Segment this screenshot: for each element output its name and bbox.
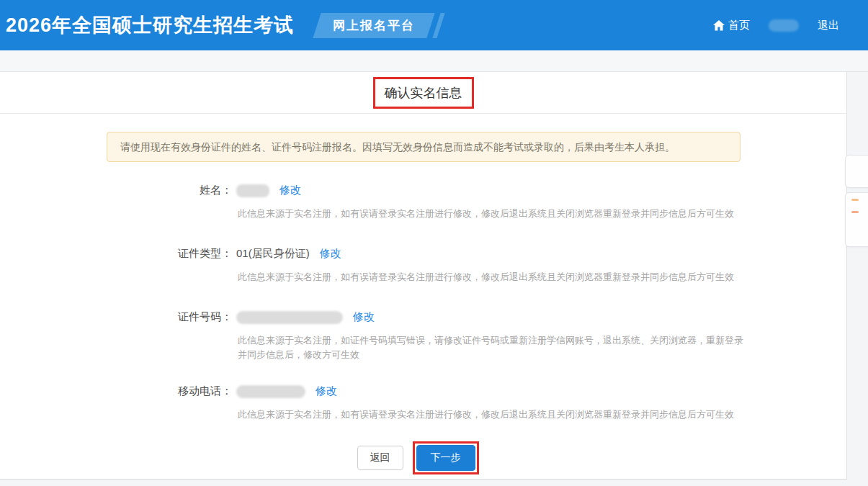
phone-helper-text: 此信息来源于实名注册，如有误请登录实名注册进行修改，修改后退出系统且关闭浏览器重… [238, 408, 751, 422]
id-type-value: 01(居民身份证) [236, 247, 310, 261]
field-row-id-number: 证件号码： 修改 [0, 310, 846, 324]
floating-widget-icon [851, 211, 859, 213]
id-number-value: 修改 [236, 310, 375, 324]
next-button-annotation-box: 下一步 [413, 441, 479, 474]
button-row: 返回 下一步 [0, 441, 846, 474]
field-row-phone: 移动电话： 修改 [0, 384, 846, 398]
platform-badge: 网上报名平台 [313, 13, 434, 38]
title-annotation-box: 确认实名信息 [373, 77, 474, 109]
id-type-modify-link[interactable]: 修改 [320, 247, 341, 261]
next-button[interactable]: 下一步 [416, 445, 475, 471]
page-title: 确认实名信息 [385, 86, 462, 100]
phone-value: 修改 [236, 384, 337, 398]
header-right: 首页 退出 [713, 19, 839, 32]
app-title: 2026年全国硕士研究生招生考试 [6, 12, 294, 38]
id-number-helper-text: 此信息来源于实名注册，如证件号码填写错误，请修改证件号码或重新注册学信网账号，退… [238, 333, 751, 362]
name-label: 姓名： [0, 184, 232, 197]
id-type-label: 证件类型： [0, 247, 232, 261]
id-type-value-wrap: 01(居民身份证) 修改 [236, 247, 341, 261]
logout-link[interactable]: 退出 [818, 19, 839, 32]
phone-modify-link[interactable]: 修改 [316, 384, 337, 398]
username-redacted [769, 19, 799, 32]
id-number-label: 证件号码： [0, 310, 232, 324]
phone-redacted-value [236, 385, 305, 398]
name-value: 修改 [236, 184, 301, 197]
page-title-bar: 确认实名信息 [0, 72, 846, 114]
phone-label: 移动电话： [0, 384, 232, 398]
name-modify-link[interactable]: 修改 [279, 184, 301, 197]
floating-widget-icon [851, 199, 859, 201]
app-header: 2026年全国硕士研究生招生考试 网上报名平台 首页 退出 [0, 0, 868, 50]
header-left: 2026年全国硕士研究生招生考试 网上报名平台 [6, 12, 431, 38]
field-row-id-type: 证件类型： 01(居民身份证) 修改 [0, 247, 846, 261]
main-card: 确认实名信息 请使用现在有效身份证件的姓名、证件号码注册报名。因填写无效身份信息… [0, 72, 847, 480]
sub-header-strip [0, 50, 868, 72]
floating-widget-top[interactable] [845, 155, 868, 188]
platform-badge-label: 网上报名平台 [333, 17, 415, 34]
back-button[interactable]: 返回 [357, 446, 403, 470]
name-redacted-value [236, 184, 269, 197]
home-link-label: 首页 [728, 19, 750, 32]
home-icon [713, 20, 725, 31]
floating-widget-bottom[interactable] [845, 192, 868, 247]
id-number-redacted-value [236, 311, 343, 324]
name-helper-text: 此信息来源于实名注册，如有误请登录实名注册进行修改，修改后退出系统且关闭浏览器重… [238, 207, 751, 221]
notice-banner: 请使用现在有效身份证件的姓名、证件号码注册报名。因填写无效身份信息而造成不能考试… [107, 132, 741, 162]
home-link[interactable]: 首页 [713, 19, 750, 32]
id-number-modify-link[interactable]: 修改 [353, 310, 375, 324]
field-row-name: 姓名： 修改 [0, 184, 846, 197]
id-type-helper-text: 此信息来源于实名注册，如有误请登录实名注册进行修改，修改后退出系统且关闭浏览器重… [238, 270, 751, 284]
